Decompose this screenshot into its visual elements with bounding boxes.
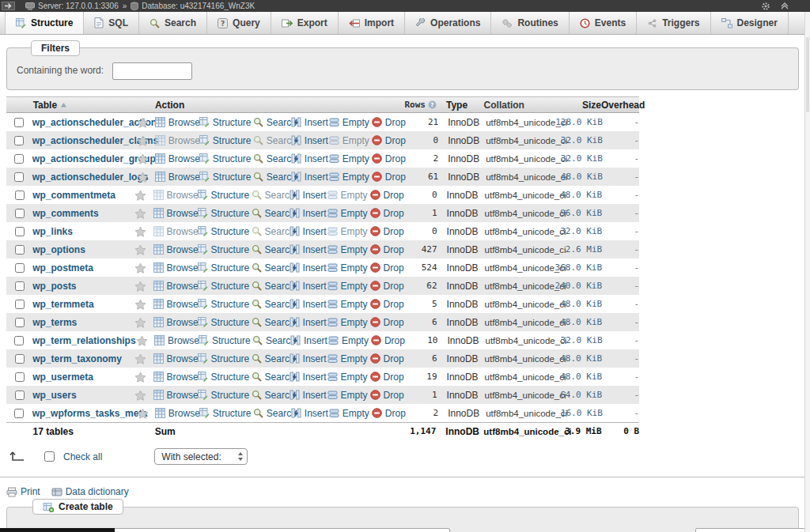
action-search-link[interactable]: Search: [252, 372, 290, 383]
action-browse-link[interactable]: Browse: [153, 372, 198, 383]
action-insert-link[interactable]: Insert: [290, 372, 327, 383]
action-search-link[interactable]: Search: [252, 390, 290, 401]
action-drop-link[interactable]: Drop: [370, 281, 403, 292]
action-browse-link[interactable]: Browse: [153, 190, 198, 201]
action-search-link[interactable]: Search: [252, 353, 290, 364]
action-browse-link[interactable]: Browse: [153, 299, 198, 310]
columns-count-input-partial[interactable]: [695, 528, 810, 532]
action-search-link[interactable]: Search: [253, 135, 291, 146]
action-insert-link[interactable]: Insert: [291, 172, 329, 183]
action-browse-link[interactable]: Browse: [153, 281, 198, 292]
action-drop-link[interactable]: Drop: [372, 135, 405, 146]
row-checkbox[interactable]: [15, 300, 25, 309]
database-breadcrumb[interactable]: Database: u432174166_WnZ3K: [131, 2, 255, 10]
action-drop-link[interactable]: Drop: [370, 244, 403, 255]
action-insert-link[interactable]: Insert: [290, 317, 327, 328]
action-structure-link[interactable]: Structure: [198, 190, 252, 201]
data-dictionary-link[interactable]: Data dictionary: [51, 486, 129, 497]
action-search-link[interactable]: Search: [252, 299, 290, 310]
table-name-link[interactable]: wp_comments: [32, 208, 98, 219]
favorite-toggle[interactable]: [134, 244, 153, 255]
favorite-toggle[interactable]: [134, 226, 153, 237]
favorite-toggle[interactable]: [134, 299, 153, 310]
row-checkbox[interactable]: [15, 191, 25, 200]
nav-panel-arrow-button[interactable]: [2, 2, 15, 10]
action-search-link[interactable]: Search: [252, 262, 290, 274]
action-browse-link[interactable]: Browse: [153, 353, 198, 364]
action-browse-link[interactable]: Browse: [154, 335, 199, 346]
favorite-toggle[interactable]: [134, 262, 153, 274]
action-drop-link[interactable]: Drop: [370, 190, 403, 201]
table-name-link[interactable]: wp_commentmeta: [32, 190, 115, 201]
action-insert-link[interactable]: Insert: [291, 135, 329, 146]
action-browse-link[interactable]: Browse: [155, 117, 199, 128]
action-insert-link[interactable]: Insert: [291, 408, 329, 419]
action-search-link[interactable]: Search: [252, 190, 290, 201]
action-browse-link[interactable]: Browse: [155, 172, 199, 183]
tab-structure[interactable]: Structure: [5, 12, 84, 34]
table-name-link[interactable]: wp_actionscheduler_logs: [32, 172, 149, 183]
favorite-toggle[interactable]: [137, 408, 155, 419]
tab-events[interactable]: Events: [570, 12, 637, 34]
action-drop-link[interactable]: Drop: [372, 408, 405, 419]
action-insert-link[interactable]: Insert: [290, 390, 327, 401]
scrollbar-thumb[interactable]: [806, 37, 809, 112]
action-empty-link[interactable]: Empty: [327, 353, 370, 364]
tab-query[interactable]: ?Query: [207, 12, 271, 34]
table-name-link[interactable]: wp_termmeta: [32, 299, 93, 310]
row-checkbox[interactable]: [15, 318, 25, 327]
action-insert-link[interactable]: Insert: [290, 226, 327, 237]
action-empty-link[interactable]: Empty: [327, 244, 370, 255]
tab-search[interactable]: Search: [139, 12, 207, 34]
table-name-link[interactable]: wp_term_relationships: [32, 335, 136, 346]
action-structure-link[interactable]: Structure: [198, 317, 252, 328]
favorite-toggle[interactable]: [137, 153, 155, 164]
action-empty-link[interactable]: Empty: [328, 335, 371, 346]
tab-designer[interactable]: Designer: [711, 12, 789, 34]
action-insert-link[interactable]: Insert: [290, 335, 328, 346]
row-checkbox[interactable]: [14, 136, 24, 145]
favorite-toggle[interactable]: [137, 172, 155, 183]
action-structure-link[interactable]: Structure: [198, 244, 252, 255]
action-empty-link[interactable]: Empty: [327, 281, 370, 292]
table-name-link[interactable]: wp_postmeta: [32, 262, 93, 274]
check-all-checkbox[interactable]: [44, 451, 55, 462]
row-checkbox[interactable]: [14, 118, 24, 127]
action-empty-link[interactable]: Empty: [329, 408, 372, 419]
action-structure-link[interactable]: Structure: [198, 262, 252, 274]
favorite-toggle[interactable]: [137, 117, 155, 128]
with-selected-select[interactable]: With selected:: [154, 448, 248, 465]
table-name-link[interactable]: wp_usermeta: [32, 372, 93, 383]
row-checkbox[interactable]: [15, 372, 25, 382]
action-search-link[interactable]: Search: [252, 335, 290, 346]
action-browse-link[interactable]: Browse: [153, 244, 198, 255]
action-drop-link[interactable]: Drop: [371, 335, 404, 346]
tab-export[interactable]: Export: [271, 12, 339, 34]
header-table[interactable]: Table: [33, 100, 137, 111]
action-insert-link[interactable]: Insert: [290, 244, 327, 255]
favorite-toggle[interactable]: [137, 135, 155, 146]
favorite-toggle[interactable]: [134, 317, 153, 328]
action-empty-link[interactable]: Empty: [327, 208, 370, 219]
row-checkbox[interactable]: [15, 227, 25, 236]
action-structure-link[interactable]: Structure: [199, 172, 253, 183]
favorite-toggle[interactable]: [136, 335, 154, 346]
action-drop-link[interactable]: Drop: [372, 153, 405, 164]
action-structure-link[interactable]: Structure: [198, 208, 252, 219]
action-structure-link[interactable]: Structure: [199, 153, 253, 164]
settings-gear-icon[interactable]: [761, 2, 770, 11]
action-empty-link[interactable]: Empty: [327, 390, 370, 401]
action-drop-link[interactable]: Drop: [370, 390, 403, 401]
action-structure-link[interactable]: Structure: [198, 390, 252, 401]
action-insert-link[interactable]: Insert: [290, 190, 327, 201]
action-structure-link[interactable]: Structure: [199, 335, 252, 346]
action-browse-link[interactable]: Browse: [153, 226, 198, 237]
action-browse-link[interactable]: Browse: [153, 317, 198, 328]
action-empty-link[interactable]: Empty: [327, 190, 370, 201]
action-search-link[interactable]: Search: [252, 281, 290, 292]
row-checkbox[interactable]: [15, 391, 25, 400]
row-checkbox[interactable]: [15, 209, 25, 218]
tab-sql[interactable]: SQL: [84, 12, 139, 34]
action-search-link[interactable]: Search: [252, 244, 290, 255]
action-browse-link[interactable]: Browse: [153, 208, 198, 219]
